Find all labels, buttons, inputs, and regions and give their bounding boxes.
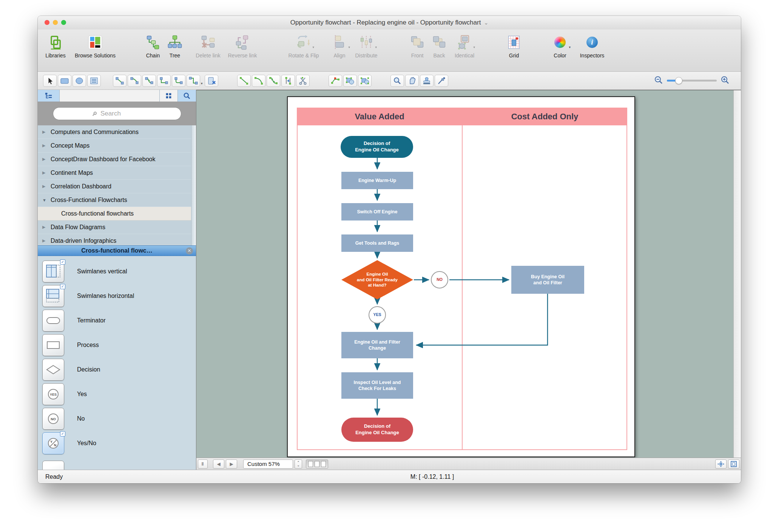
swimlanes-vertical-icon[interactable]: ✓ (42, 261, 64, 282)
arc-tool[interactable] (252, 75, 265, 87)
chain-button[interactable]: Chain (142, 35, 164, 59)
flow-node-no-connector[interactable]: NO (431, 271, 448, 288)
lane-header-cost-added-only[interactable]: Cost Added Only (462, 108, 627, 125)
bezier-connector-tool[interactable] (142, 75, 156, 87)
list-item[interactable]: Process (42, 333, 196, 357)
tree-view-button[interactable] (38, 90, 60, 102)
tree-item-cross-functional-flowcharts[interactable]: Cross-Functional Flowcharts (38, 193, 196, 207)
zoom-stepper[interactable]: ⌃⌄ (295, 460, 302, 469)
direct-connector-tool[interactable] (113, 75, 127, 87)
page-view-2[interactable] (315, 461, 319, 467)
libraries-button[interactable]: Libraries (45, 35, 66, 59)
tree-item-cross-functional-flowcharts-library[interactable]: Cross-functional flowcharts (38, 207, 196, 221)
flow-node-start-terminator[interactable]: Decision of Engine Oil Change (341, 136, 413, 158)
identical-button[interactable]: ▾ Identical (450, 35, 479, 59)
rectangle-tool[interactable] (58, 75, 71, 87)
list-item[interactable]: Terminator (42, 308, 196, 333)
pause-button[interactable]: ‖ (198, 460, 208, 469)
tree-item-continent-maps[interactable]: Continent Maps (38, 166, 196, 180)
flow-node-inspect-oil-level[interactable]: Inspect Oil Level and Check For Leaks (341, 372, 413, 399)
grid-button[interactable]: Grid (503, 35, 525, 59)
boolean-operations-tool[interactable] (343, 75, 357, 87)
pan-tool[interactable] (405, 75, 419, 87)
yes-no-shape-icon[interactable]: YN ✓ (42, 432, 64, 454)
zoom-out-icon[interactable] (654, 76, 663, 86)
process-shape-icon[interactable] (42, 334, 64, 356)
list-item[interactable]: Decision (42, 357, 196, 382)
ellipse-tool[interactable] (73, 75, 86, 87)
line-tool[interactable] (237, 75, 251, 87)
delete-shape-tool[interactable] (205, 75, 218, 87)
list-item[interactable]: ✓ Swimlanes vertical (42, 259, 196, 284)
flow-node-get-tools-and-rags[interactable]: Get Tools and Rags (341, 234, 413, 252)
connector-tools-dropdown[interactable]: ▾ (201, 82, 203, 85)
list-item[interactable]: YES Yes (42, 382, 196, 406)
previous-page-button[interactable]: ◀ (213, 460, 224, 469)
delete-link-button[interactable]: Delete link (192, 35, 224, 59)
front-button[interactable]: Front (406, 35, 428, 59)
tree-item-data-driven-infographics[interactable]: Data-driven Infographics (38, 234, 196, 245)
zoom-window-button[interactable] (61, 20, 66, 25)
select-tool[interactable] (43, 75, 57, 87)
tree-button[interactable]: Tree (164, 35, 186, 59)
tree-item-correlation-dashboard[interactable]: Correlation Dashboard (38, 180, 196, 193)
fit-page-button[interactable] (728, 460, 739, 469)
search-view-button[interactable] (178, 90, 196, 102)
tree-item-concept-maps[interactable]: Concept Maps (38, 139, 196, 153)
list-item[interactable]: YN ✓ Yes/No (42, 431, 196, 455)
vertical-scrollbar[interactable] (733, 90, 741, 458)
next-page-button[interactable]: ▶ (226, 460, 237, 469)
list-item-partial[interactable] (42, 455, 196, 470)
flow-node-engine-warm-up[interactable]: Engine Warm-Up (341, 172, 413, 189)
stamp-tool[interactable] (420, 75, 434, 87)
distribute-button[interactable]: ▾ Distribute (350, 35, 382, 59)
eyedropper-tool[interactable] (435, 75, 448, 87)
search-input[interactable] (100, 110, 142, 117)
document-page[interactable]: Value Added Cost Added Only (287, 96, 635, 457)
library-search-box[interactable]: 🔍︎ (53, 107, 181, 120)
inspectors-button[interactable]: i Inspectors (577, 35, 607, 59)
bezier-tool[interactable] (267, 75, 280, 87)
flow-node-end-terminator[interactable]: Decision of Engine Oil Change (341, 418, 413, 442)
yes-shape-icon[interactable]: YES (42, 383, 64, 405)
flow-node-switch-off-engine[interactable]: Switch Off Engine (341, 203, 413, 221)
vertex-tool[interactable] (281, 75, 295, 87)
close-window-button[interactable] (45, 20, 49, 25)
library-panel-header[interactable]: Cross-functional flowc… ✕ (38, 245, 196, 256)
list-item[interactable]: NO No (42, 406, 196, 431)
page-view-1[interactable] (308, 461, 313, 467)
back-button[interactable]: Back (428, 35, 450, 59)
tree-item-computers-and-communications[interactable]: Computers and Communications (38, 125, 196, 139)
zoom-slider[interactable] (667, 80, 717, 82)
swimlane-header-band[interactable]: Value Added Cost Added Only (297, 108, 627, 125)
tree-item-data-flow-diagrams[interactable]: Data Flow Diagrams (38, 221, 196, 234)
decision-shape-icon[interactable] (42, 359, 64, 381)
close-panel-icon[interactable]: ✕ (186, 247, 193, 254)
zoom-in-icon[interactable] (721, 76, 730, 86)
split-tool[interactable] (296, 75, 310, 87)
window-title[interactable]: Opportunity flowchart - Replacing engine… (290, 19, 488, 26)
list-item[interactable]: ✓ Swimlanes horizontal (42, 284, 196, 308)
flow-node-oil-and-filter-change[interactable]: Engine Oil and Filter Change (341, 332, 413, 358)
smart-connector-tool[interactable] (187, 75, 200, 87)
align-button[interactable]: ▾ Align (329, 35, 350, 59)
flow-node-yes-connector[interactable]: YES (369, 306, 386, 324)
rotate-flip-button[interactable]: ▾ Rotate & Flip (285, 35, 322, 59)
curve-connector-tool[interactable] (128, 75, 141, 87)
tree-item-conceptdraw-dashboard-for-facebook[interactable]: ConceptDraw Dashboard for Facebook (38, 153, 196, 166)
text-tool[interactable] (87, 75, 101, 87)
reverse-link-button[interactable]: Reverse link (224, 35, 261, 59)
sidebar-tab-area[interactable] (60, 90, 160, 102)
flow-node-buy-engine-oil[interactable]: Buy Engine Oil and Oil Filter (511, 266, 584, 294)
color-button[interactable]: ▾ Color (549, 35, 571, 59)
grid-view-button[interactable] (160, 90, 178, 102)
terminator-shape-icon[interactable] (42, 310, 64, 332)
zoom-level-field[interactable]: Custom 57% (243, 460, 293, 469)
no-shape-icon[interactable]: NO (42, 408, 64, 430)
clipped-shape-icon[interactable] (42, 461, 64, 470)
swimlanes-horizontal-icon[interactable]: ✓ (42, 285, 64, 307)
zoom-slider-thumb[interactable] (675, 77, 682, 84)
drawing-canvas[interactable]: Value Added Cost Added Only (196, 90, 733, 458)
rounded-connector-tool[interactable] (172, 75, 185, 87)
minimize-window-button[interactable] (53, 20, 58, 25)
